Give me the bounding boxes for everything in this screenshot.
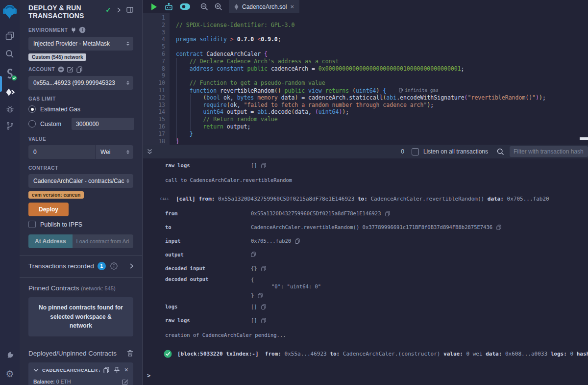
call-text: [call] from: 0x55a1320D432759960C5Df0215…: [176, 196, 549, 202]
code-text: [165, 72, 176, 79]
code-line[interactable]: 11 function revertibleRandom() public vi…: [143, 87, 588, 94]
code-line[interactable]: 10 // Function to get a pseudo-random va…: [143, 79, 588, 87]
code-line[interactable]: 16 return output;: [143, 123, 588, 130]
code-line[interactable]: 8 address constant public cadenceArch = …: [143, 65, 588, 73]
copy-icon[interactable]: [261, 304, 266, 309]
terminal-row: logs[]: [143, 304, 588, 309]
value-input[interactable]: [28, 145, 95, 159]
code-line[interactable]: 5: [143, 43, 588, 51]
code-line[interactable]: 6contract CadenceArchCaler {: [143, 51, 588, 58]
copy-icon[interactable]: [261, 163, 266, 168]
publish-ipfs-checkbox[interactable]: [28, 221, 36, 228]
custom-gas-radio[interactable]: [28, 120, 36, 128]
deploy-run-icon[interactable]: [0, 84, 20, 101]
settings-gear-icon[interactable]: ⚙: [0, 365, 20, 382]
copy-icon[interactable]: [258, 293, 263, 298]
terminal-row-value: CadenceArchCaler.revertibleRandom() 0x37…: [251, 224, 501, 230]
line-number: 6: [143, 51, 165, 58]
listen-all-checkbox[interactable]: [412, 148, 419, 155]
tab-cadencearch[interactable]: CadenceArch.sol ×: [229, 0, 299, 13]
code-line[interactable]: 7 // Declare Cadence Arch's address as a…: [143, 58, 588, 65]
contract-label: CONTRACT: [28, 165, 58, 171]
editor-scrollbar-thumb[interactable]: [580, 137, 588, 140]
code-editor[interactable]: 12// SPDX-License-Identifier: GPL-3.034p…: [143, 13, 588, 145]
code-line[interactable]: 13 require(ok, "failed to fetch a random…: [143, 102, 588, 109]
code-line[interactable]: 18}: [143, 138, 588, 145]
code-line[interactable]: 17 }: [143, 130, 588, 138]
panel-check-icon: ✓: [105, 6, 111, 14]
search-icon[interactable]: [0, 46, 20, 62]
plus-circle-icon[interactable]: [58, 66, 64, 73]
terminal-row: raw logs[]: [143, 162, 588, 168]
code-line[interactable]: 12 (bool ok, bytes memory data) = cadenc…: [143, 94, 588, 102]
select-arrows-icon: [126, 42, 129, 46]
terminal-row: decoded output{"0": "uint64: 0"}: [143, 276, 588, 299]
deployed-contracts-title: Deployed/Unpinned Contracts: [28, 350, 117, 357]
zoom-out-icon[interactable]: [200, 3, 208, 11]
contract-select[interactable]: CadenceArchCaler - contracts/Cac: [28, 174, 133, 188]
code-line[interactable]: 9: [143, 72, 588, 79]
plugin-manager-icon[interactable]: [0, 347, 20, 363]
toggle-icon[interactable]: [179, 3, 191, 10]
play-icon[interactable]: [151, 3, 157, 10]
terminal-block-row: [block:5033220 txIndex:-] from: 0x55a...…: [143, 350, 588, 358]
editor-toolbar: CadenceArch.sol ×: [143, 0, 588, 13]
pin-icon[interactable]: [114, 367, 120, 373]
evm-version-badge: evm version: cancun: [28, 191, 84, 199]
code-line[interactable]: 2// SPDX-License-Identifier: GPL-3.0: [143, 22, 588, 29]
at-address-input[interactable]: [73, 234, 133, 248]
robot-icon[interactable]: [165, 3, 173, 10]
panel-pin-icon[interactable]: [126, 7, 133, 13]
terminal-prompt[interactable]: >: [147, 372, 150, 379]
environment-select[interactable]: Injected Provider - MetaMask: [28, 37, 133, 51]
remix-logo[interactable]: [0, 0, 20, 23]
copy-icon[interactable]: [385, 211, 390, 216]
account-label: ACCOUNT: [28, 67, 55, 72]
solidity-compiler-icon[interactable]: [0, 65, 20, 82]
chevron-down-icon[interactable]: [33, 368, 39, 372]
deploy-run-panel: DEPLOY & RUN TRANSACTIONS ✓ ENVIRONMENT: [20, 0, 143, 385]
edit-icon[interactable]: [67, 66, 74, 73]
close-icon[interactable]: ×: [124, 367, 128, 372]
copy-icon[interactable]: [261, 318, 266, 323]
collapse-chevrons-icon[interactable]: [147, 149, 152, 154]
chevron-right-icon[interactable]: [130, 263, 133, 269]
code-text: // Declare Cadence Arch's address as a c…: [165, 58, 339, 65]
terminal-output: raw logs[]call to CadenceArchCaler.rever…: [143, 162, 588, 385]
terminal-filter-input[interactable]: [510, 146, 588, 157]
custom-gas-input[interactable]: [72, 118, 134, 130]
edit-icon[interactable]: [122, 379, 128, 385]
debugger-icon[interactable]: [0, 101, 20, 117]
search-icon[interactable]: [497, 148, 504, 155]
git-icon[interactable]: [0, 117, 20, 134]
code-line[interactable]: 4pragma solidity >=0.7.0 <0.9.0;: [143, 36, 588, 43]
terminal-row-value: {}: [251, 265, 266, 271]
value-unit-select[interactable]: Wei: [96, 145, 133, 159]
code-text: [165, 29, 176, 36]
copy-icon[interactable]: [76, 66, 82, 73]
copy-icon[interactable]: [496, 225, 501, 230]
code-line[interactable]: 1: [143, 14, 588, 22]
code-line[interactable]: 3: [143, 29, 588, 36]
file-explorer-icon[interactable]: [0, 27, 20, 44]
account-select[interactable]: 0x55a...46923 (999.999945323: [28, 76, 133, 90]
zoom-in-icon[interactable]: [215, 3, 222, 11]
plug-icon[interactable]: [71, 27, 76, 33]
copy-icon[interactable]: [251, 252, 256, 257]
copy-icon[interactable]: [295, 238, 300, 244]
close-icon[interactable]: ×: [290, 3, 294, 10]
terminal-row: from0x55a1320D432759960C5Df0215a8dF78e1E…: [143, 210, 588, 216]
trash-icon[interactable]: [127, 350, 133, 357]
at-address-button[interactable]: At Address: [28, 234, 73, 248]
info-icon[interactable]: [79, 26, 86, 33]
terminal-row-label: from: [165, 210, 251, 216]
code-line[interactable]: 15 // Return random value: [143, 116, 588, 123]
estimated-gas-radio[interactable]: [28, 105, 36, 113]
info-icon[interactable]: [110, 262, 118, 270]
deploy-button[interactable]: Deploy: [28, 203, 69, 216]
copy-icon[interactable]: [103, 367, 109, 373]
code-line[interactable]: 14 uint64 output = abi.decode(data, (uin…: [143, 108, 588, 116]
chevron-right-icon[interactable]: [117, 7, 121, 13]
copy-icon[interactable]: [261, 266, 266, 271]
line-number: 3: [143, 29, 165, 36]
